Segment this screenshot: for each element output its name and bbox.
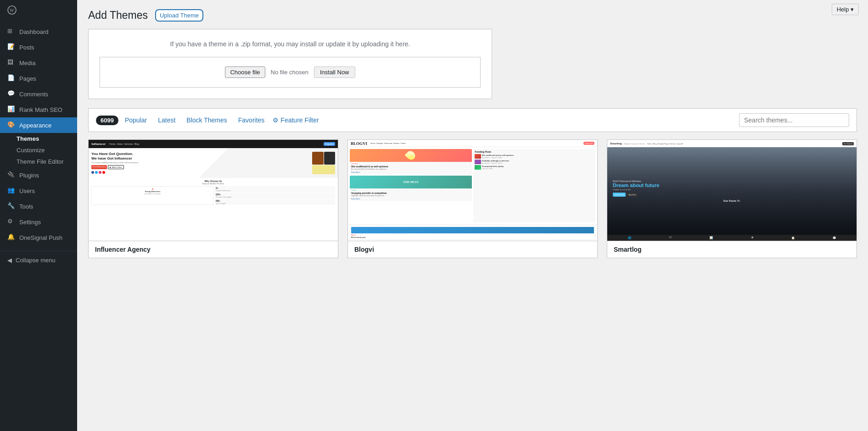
dashboard-icon: ⊞	[7, 28, 16, 36]
users-icon: 👥	[7, 187, 16, 195]
sidebar-item-rank-math[interactable]: 📊 Rank Math SEO	[0, 102, 77, 117]
help-label: Help ▾	[837, 6, 854, 13]
main-content: Add Themes Upload Theme If you have a th…	[77, 0, 868, 431]
appearance-icon: 🎨	[7, 121, 16, 129]
sidebar-item-label: Users	[19, 188, 35, 194]
sidebar-sub-themes[interactable]: Themes	[0, 133, 77, 144]
sidebar-item-settings[interactable]: ⚙ Settings	[0, 214, 77, 230]
help-button[interactable]: Help ▾	[832, 4, 859, 15]
inf-logo: Influencer	[91, 142, 106, 146]
sidebar: W ⊞ Dashboard 📝 Posts 🖼 Media 📄 Pages 💬 …	[0, 0, 77, 431]
upload-theme-button[interactable]: Upload Theme	[155, 9, 203, 22]
filter-block-themes[interactable]: Block Themes	[182, 115, 231, 126]
theme-preview-influencer: Influencer Home About Services Blog Regi…	[89, 140, 338, 241]
sidebar-item-label: Comments	[19, 91, 48, 98]
settings-icon: ⚙	[7, 218, 16, 226]
feature-filter-label: Feature Filter	[280, 116, 319, 124]
tools-icon: 🔧	[7, 202, 16, 210]
inf-nav-links: Home About Services Blog	[109, 143, 139, 145]
page-title: Add Themes	[88, 9, 148, 22]
collapse-menu-button[interactable]: ◀ Collapse menu	[0, 253, 77, 267]
sidebar-item-tools[interactable]: 🔧 Tools	[0, 199, 77, 214]
sidebar-sub-theme-file-editor[interactable]: Theme File Editor	[0, 156, 77, 167]
sidebar-item-label: Appearance	[19, 122, 51, 129]
comments-icon: 💬	[7, 90, 16, 98]
plugins-icon: 🔌	[7, 171, 16, 179]
sidebar-item-label: OneSignal Push	[19, 234, 62, 241]
theme-preview-blogvi: BLOGVI Home Lifestyle Features▾ Fashion …	[348, 140, 597, 241]
theme-preview-smartlog: Smartlog Elegant Corporate Theme Home Bl…	[607, 140, 857, 241]
rank-math-icon: 📊	[7, 105, 16, 114]
upload-area: If you have a theme in a .zip format, yo…	[88, 29, 492, 99]
collapse-icon: ◀	[7, 257, 12, 264]
theme-card-smartlog[interactable]: Smartlog Elegant Corporate Theme Home Bl…	[607, 139, 857, 258]
sidebar-item-users[interactable]: 👥 Users	[0, 183, 77, 199]
page-header: Add Themes Upload Theme	[88, 9, 857, 22]
filter-latest[interactable]: Latest	[153, 115, 180, 126]
theme-card-blogvi[interactable]: BLOGVI Home Lifestyle Features▾ Fashion …	[347, 139, 598, 258]
onesignal-icon: 🔔	[7, 233, 16, 242]
sidebar-sub-customize[interactable]: Customize	[0, 144, 77, 156]
sidebar-item-label: Tools	[19, 203, 33, 210]
sidebar-item-label: Rank Math SEO	[19, 106, 62, 113]
svg-text:W: W	[10, 8, 14, 13]
theme-count-badge: 6099	[96, 116, 118, 125]
theme-name-blogvi: Blogvi	[348, 241, 597, 258]
sidebar-logo: W	[0, 0, 77, 20]
sidebar-item-label: Media	[19, 60, 35, 66]
install-now-button[interactable]: Install Now	[314, 66, 355, 78]
sidebar-item-label: Plugins	[19, 172, 39, 179]
no-file-text: No file chosen	[271, 69, 308, 76]
sidebar-item-onesignal[interactable]: 🔔 OneSignal Push	[0, 230, 77, 245]
sidebar-item-label: Dashboard	[19, 28, 49, 35]
inf-hero: You Have Got Question.We have Got Influe…	[89, 148, 338, 178]
theme-name-smartlog: Smartlog	[607, 241, 857, 258]
sidebar-item-plugins[interactable]: 🔌 Plugins	[0, 167, 77, 183]
sidebar-divider	[0, 251, 77, 251]
posts-icon: 📝	[7, 43, 16, 51]
sidebar-item-appearance[interactable]: 🎨 Appearance	[0, 117, 77, 133]
sidebar-item-label: Posts	[19, 44, 34, 51]
search-themes-input[interactable]	[739, 113, 849, 127]
themes-grid: Influencer Home About Services Blog Regi…	[88, 139, 857, 258]
filter-bar: 6099 Popular Latest Block Themes Favorit…	[88, 108, 857, 132]
upload-theme-btn-wrapper: Upload Theme	[155, 9, 203, 22]
choose-file-button[interactable]: Choose file	[225, 66, 265, 78]
sidebar-item-label: Pages	[19, 75, 36, 82]
sidebar-item-comments[interactable]: 💬 Comments	[0, 86, 77, 102]
gear-icon: ⚙	[273, 116, 279, 124]
filter-favorites[interactable]: Favorites	[234, 115, 269, 126]
theme-card-influencer[interactable]: Influencer Home About Services Blog Regi…	[88, 139, 338, 258]
upload-form: Choose file No file chosen Install Now	[100, 57, 481, 88]
inf-nav: Influencer Home About Services Blog Regi…	[89, 140, 338, 148]
wp-logo-icon: W	[7, 6, 17, 15]
sidebar-item-label: Settings	[19, 219, 41, 226]
theme-name-influencer: Influencer Agency	[89, 241, 338, 258]
pages-icon: 📄	[7, 74, 16, 83]
collapse-label: Collapse menu	[16, 257, 56, 264]
upload-description: If you have a theme in a .zip format, yo…	[100, 40, 481, 48]
sidebar-item-media[interactable]: 🖼 Media	[0, 55, 77, 71]
sidebar-item-pages[interactable]: 📄 Pages	[0, 71, 77, 86]
filter-popular[interactable]: Popular	[120, 115, 151, 126]
sidebar-item-dashboard[interactable]: ⊞ Dashboard	[0, 24, 77, 39]
sidebar-item-posts[interactable]: 📝 Posts	[0, 39, 77, 55]
media-icon: 🖼	[7, 59, 16, 67]
feature-filter-button[interactable]: ⚙ Feature Filter	[273, 116, 319, 124]
